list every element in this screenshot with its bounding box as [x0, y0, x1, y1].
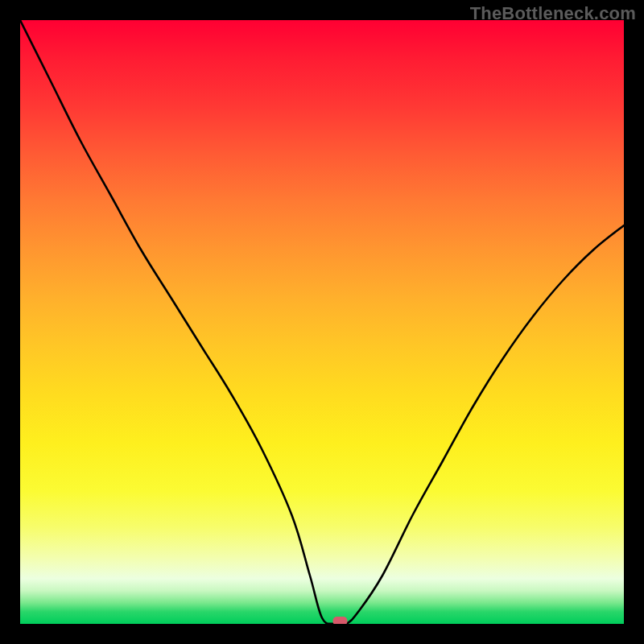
curve-svg [20, 20, 624, 624]
bottleneck-curve [20, 20, 624, 624]
plot-area [20, 20, 624, 624]
minimum-marker [333, 617, 348, 624]
chart-frame: TheBottleneck.com [0, 0, 644, 644]
